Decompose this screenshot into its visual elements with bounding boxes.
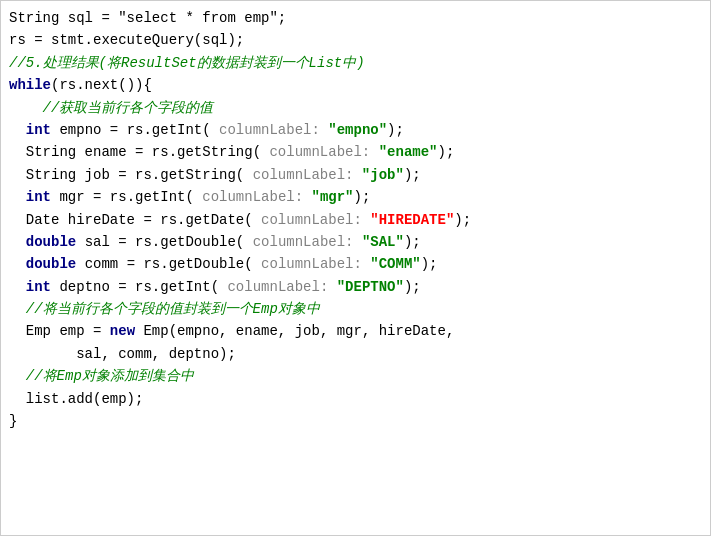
code-content: Emp emp = new Emp(empno, ename, job, mgr… — [9, 320, 702, 342]
code-content: while(rs.next()){ — [9, 74, 702, 96]
code-token: String job = rs.getString( — [9, 167, 253, 183]
code-token: sal, comm, deptno); — [9, 346, 236, 362]
code-line: //将当前行各个字段的值封装到一个Emp对象中 — [1, 298, 710, 320]
code-token: Emp(empno, ename, job, mgr, hireDate, — [135, 323, 454, 339]
code-token: while — [9, 77, 51, 93]
code-editor: String sql = "select * from emp";rs = st… — [0, 0, 711, 536]
code-token: empno = rs.getInt( — [51, 122, 219, 138]
code-line: //获取当前行各个字段的值 — [1, 97, 710, 119]
code-token: "HIREDATE" — [362, 212, 454, 228]
code-line: double comm = rs.getDouble( columnLabel:… — [1, 253, 710, 275]
code-token: ); — [404, 279, 421, 295]
code-token — [9, 279, 26, 295]
code-token: columnLabel: — [261, 256, 362, 272]
code-line: String ename = rs.getString( columnLabel… — [1, 141, 710, 163]
code-line: Date hireDate = rs.getDate( columnLabel:… — [1, 209, 710, 231]
code-token: "job" — [353, 167, 403, 183]
code-token: } — [9, 413, 17, 429]
code-content: //将当前行各个字段的值封装到一个Emp对象中 — [9, 298, 702, 320]
code-token: "SAL" — [354, 234, 404, 250]
code-line: int empno = rs.getInt( columnLabel: "emp… — [1, 119, 710, 141]
code-line: //5.处理结果(将ResultSet的数据封装到一个List中) — [1, 52, 710, 74]
code-content: rs = stmt.executeQuery(sql); — [9, 29, 702, 51]
code-line: while(rs.next()){ — [1, 74, 710, 96]
code-token: (rs.next()){ — [51, 77, 152, 93]
code-line: int mgr = rs.getInt( columnLabel: "mgr")… — [1, 186, 710, 208]
code-token: double — [26, 234, 76, 250]
code-content: //5.处理结果(将ResultSet的数据封装到一个List中) — [9, 52, 702, 74]
code-content: int mgr = rs.getInt( columnLabel: "mgr")… — [9, 186, 702, 208]
code-content: sal, comm, deptno); — [9, 343, 702, 365]
code-token: columnLabel: — [227, 279, 328, 295]
code-token: rs = stmt.executeQuery(sql); — [9, 32, 244, 48]
code-line: String job = rs.getString( columnLabel: … — [1, 164, 710, 186]
code-content: Date hireDate = rs.getDate( columnLabel:… — [9, 209, 702, 231]
code-token: "COMM" — [362, 256, 421, 272]
code-token: Date hireDate = rs.getDate( — [9, 212, 261, 228]
code-token: ); — [354, 189, 371, 205]
code-content: //获取当前行各个字段的值 — [9, 97, 702, 119]
code-line: double sal = rs.getDouble( columnLabel: … — [1, 231, 710, 253]
code-line: int deptno = rs.getInt( columnLabel: "DE… — [1, 276, 710, 298]
code-content: list.add(emp); — [9, 388, 702, 410]
code-token: int — [26, 279, 51, 295]
code-content: String job = rs.getString( columnLabel: … — [9, 164, 702, 186]
code-token: "empno" — [320, 122, 387, 138]
code-line: } — [1, 410, 710, 432]
code-token: columnLabel: — [253, 234, 354, 250]
code-token — [9, 189, 26, 205]
code-token: columnLabel: — [261, 212, 362, 228]
code-token: ); — [404, 234, 421, 250]
code-content: String ename = rs.getString( columnLabel… — [9, 141, 702, 163]
code-token: list.add(emp); — [9, 391, 143, 407]
code-token — [9, 122, 26, 138]
code-token: "mgr" — [303, 189, 353, 205]
code-content: int deptno = rs.getInt( columnLabel: "DE… — [9, 276, 702, 298]
code-token — [9, 256, 26, 272]
code-token: sal = rs.getDouble( — [76, 234, 252, 250]
code-token: "ename" — [370, 144, 437, 160]
code-token: columnLabel: — [253, 167, 354, 183]
code-token: columnLabel: — [269, 144, 370, 160]
code-token: //5.处理结果(将ResultSet的数据封装到一个List中) — [9, 55, 365, 71]
code-content: //将Emp对象添加到集合中 — [9, 365, 702, 387]
code-token: columnLabel: — [219, 122, 320, 138]
code-token: //将Emp对象添加到集合中 — [9, 368, 194, 384]
code-token: ); — [454, 212, 471, 228]
code-token: columnLabel: — [202, 189, 303, 205]
code-token — [9, 234, 26, 250]
code-line: Emp emp = new Emp(empno, ename, job, mgr… — [1, 320, 710, 342]
code-line: String sql = "select * from emp"; — [1, 7, 710, 29]
code-content: double sal = rs.getDouble( columnLabel: … — [9, 231, 702, 253]
code-token: String sql = "select * from emp"; — [9, 10, 286, 26]
code-token: deptno = rs.getInt( — [51, 279, 227, 295]
code-token: ); — [421, 256, 438, 272]
code-content: double comm = rs.getDouble( columnLabel:… — [9, 253, 702, 275]
code-token: mgr = rs.getInt( — [51, 189, 202, 205]
code-token: ); — [387, 122, 404, 138]
code-token: String ename = rs.getString( — [9, 144, 269, 160]
code-token: int — [26, 189, 51, 205]
code-line: list.add(emp); — [1, 388, 710, 410]
code-token: double — [26, 256, 76, 272]
code-token: comm = rs.getDouble( — [76, 256, 261, 272]
code-line: //将Emp对象添加到集合中 — [1, 365, 710, 387]
code-token: //将当前行各个字段的值封装到一个Emp对象中 — [9, 301, 320, 317]
code-line: sal, comm, deptno); — [1, 343, 710, 365]
code-token: new — [110, 323, 135, 339]
code-content: String sql = "select * from emp"; — [9, 7, 702, 29]
code-token: "DEPTNO" — [328, 279, 404, 295]
code-line: rs = stmt.executeQuery(sql); — [1, 29, 710, 51]
code-content: int empno = rs.getInt( columnLabel: "emp… — [9, 119, 702, 141]
code-token: int — [26, 122, 51, 138]
code-token: //获取当前行各个字段的值 — [9, 100, 213, 116]
code-token: ); — [404, 167, 421, 183]
code-content: } — [9, 410, 702, 432]
code-token: ); — [438, 144, 455, 160]
code-token: Emp emp = — [9, 323, 110, 339]
